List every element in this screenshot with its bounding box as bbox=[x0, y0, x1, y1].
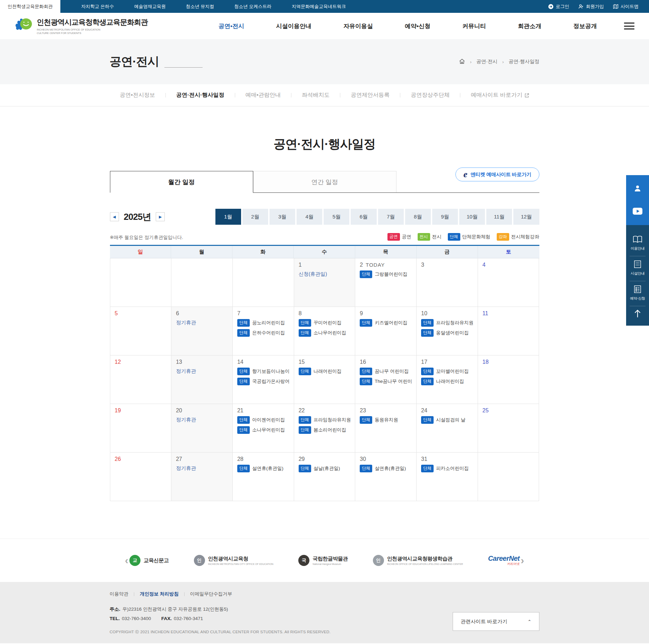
tab-yearly-schedule[interactable]: 연간 일정 bbox=[253, 171, 396, 192]
sidebar-item-usage-guide[interactable]: 이용안내 bbox=[630, 232, 646, 256]
month-button-9[interactable]: 9월 bbox=[432, 209, 458, 225]
event-label: 프라임청라유치원 bbox=[436, 320, 473, 326]
month-button-12[interactable]: 12월 bbox=[513, 209, 539, 225]
sub-nav-link[interactable]: 예매•관람안내 bbox=[246, 92, 281, 99]
sub-nav-link[interactable]: 공연•전시정보 bbox=[120, 92, 155, 99]
partner-logo[interactable]: CareerNet커리어넷 bbox=[488, 555, 520, 566]
footer-link[interactable]: 개인정보 처리방침 bbox=[140, 591, 179, 597]
main-nav-item[interactable]: 공연•전시 bbox=[203, 22, 260, 30]
partner-logo[interactable]: 인인천광역시교육청INCHEON METROPOLITAN CITY OFFIC… bbox=[194, 555, 274, 566]
calendar-event[interactable]: 단체소나무어린이집 bbox=[237, 426, 289, 434]
login-link[interactable]: 로그인 bbox=[548, 3, 569, 10]
main-nav-item[interactable]: 정보공개 bbox=[557, 22, 613, 30]
month-button-6[interactable]: 6월 bbox=[351, 209, 376, 225]
utility-link[interactable]: 지역문화예술교육네트워크 bbox=[292, 3, 346, 10]
eticket-booking-button[interactable]: e 엔티켓 예매사이트 바로가기 bbox=[455, 168, 539, 181]
previous-year-button[interactable]: ◀ bbox=[110, 212, 119, 221]
breadcrumb-item-current[interactable]: 공연·행사일정 bbox=[509, 59, 539, 65]
calendar-event[interactable]: 단체꾸미어린이집 bbox=[299, 319, 351, 327]
scroll-to-top-icon[interactable] bbox=[633, 306, 642, 319]
calendar-cell-link[interactable]: 정기휴관 bbox=[176, 465, 196, 472]
utility-home-tab[interactable]: 인천학생교육문화회관 bbox=[0, 0, 60, 13]
join-link[interactable]: 회원가입 bbox=[578, 3, 604, 10]
calendar-event[interactable]: 단체향기보듬이나눔이어 bbox=[237, 368, 289, 375]
month-button-7[interactable]: 7월 bbox=[378, 209, 404, 225]
month-button-2[interactable]: 2월 bbox=[242, 209, 268, 225]
main-nav-item[interactable]: 예약•신청 bbox=[389, 22, 446, 30]
calendar-date: 7 bbox=[237, 310, 289, 317]
date-number: 30 bbox=[360, 456, 366, 462]
partners-prev-icon[interactable]: ‹ bbox=[125, 555, 128, 566]
month-button-3[interactable]: 3월 bbox=[270, 209, 295, 225]
breadcrumb-item[interactable]: 공연·전시 bbox=[476, 59, 497, 65]
related-sites-dropdown[interactable]: 관련사이트 바로가기 ⌃ bbox=[453, 612, 539, 631]
calendar-event[interactable]: 단체시설점검의 날 bbox=[421, 416, 473, 424]
calendar-event[interactable]: 단체설연휴(휴관일) bbox=[237, 465, 289, 472]
utility-link[interactable]: 청소년 뮤지컬 bbox=[186, 3, 214, 10]
calendar-cell-link[interactable]: 정기휴관 bbox=[176, 417, 196, 423]
calendar-event[interactable]: 단체동원유치원 bbox=[360, 416, 412, 424]
partner-logo[interactable]: 교교육신문고 bbox=[129, 555, 169, 566]
main-nav-item[interactable]: 시설이용안내 bbox=[260, 22, 327, 30]
eticket-label: 엔티켓 예매사이트 바로가기 bbox=[470, 171, 531, 178]
youtube-icon[interactable] bbox=[633, 208, 642, 215]
footer-link[interactable]: 이메일무단수집거부 bbox=[190, 591, 232, 597]
calendar-event[interactable]: 단체국공립가온사랑어린 bbox=[237, 378, 289, 385]
calendar-event[interactable]: 단체꿈노리어린이집 bbox=[237, 319, 289, 327]
calendar-event[interactable]: 단체프라임청라유치원 bbox=[421, 319, 473, 327]
utility-link[interactable]: 예술영재교육원 bbox=[134, 3, 166, 10]
month-button-5[interactable]: 5월 bbox=[324, 209, 349, 225]
home-icon[interactable] bbox=[459, 58, 465, 66]
sub-nav-link[interactable]: 공연제안서등록 bbox=[351, 92, 390, 99]
calendar-event[interactable]: 단체소나무어린이집 bbox=[299, 329, 351, 337]
calendar-cell: 28단체설연휴(휴관일) bbox=[233, 453, 294, 501]
calendar-event[interactable]: 단체꼬마별어린이집 bbox=[421, 368, 473, 375]
sidebar-item-reservation[interactable]: 예약·신청 bbox=[630, 281, 646, 306]
main-nav-item[interactable]: 커뮤니티 bbox=[446, 22, 502, 30]
calendar-cell-link[interactable]: 정기휴관 bbox=[176, 319, 196, 326]
partners-next-icon[interactable]: › bbox=[521, 555, 524, 566]
main-nav-item[interactable]: 자유이용실 bbox=[327, 22, 389, 30]
sub-nav-link[interactable]: 예매사이트 바로가기 bbox=[471, 92, 529, 99]
site-logo[interactable]: 인천광역시교육청학생교육문화회관 INCHEON METROPOLITAN OF… bbox=[15, 17, 148, 35]
calendar-event[interactable]: 단체꿈나무 어린이집 bbox=[360, 368, 412, 375]
month-button-11[interactable]: 11월 bbox=[486, 209, 512, 225]
partner-logo[interactable]: 인인천광역시교육청평생학습관INCHEON OFFICE OF EDUCATIO… bbox=[373, 555, 463, 566]
calendar-event[interactable]: 단체은하수어린이집 bbox=[237, 329, 289, 337]
sub-nav-link[interactable]: 공연장상주단체 bbox=[411, 92, 450, 99]
calendar-event[interactable]: 단체나래어린이집 bbox=[299, 368, 351, 375]
month-button-1[interactable]: 1월 bbox=[215, 209, 241, 225]
calendar-cell-link[interactable]: 신청(휴관일) bbox=[299, 271, 327, 277]
calendar-event[interactable]: 단체프라임청라유치원 bbox=[299, 416, 351, 424]
main-nav-item[interactable]: 회관소개 bbox=[502, 22, 557, 30]
sub-nav-link[interactable]: 좌석배치도 bbox=[302, 92, 330, 99]
footer-link[interactable]: 이용약관 bbox=[110, 591, 128, 597]
calendar-cell-link[interactable]: 정기휴관 bbox=[176, 368, 196, 375]
sidebar-item-facility-guide[interactable]: 시설안내 bbox=[630, 256, 646, 281]
calendar-event[interactable]: 단체설날(휴관일) bbox=[299, 465, 351, 472]
month-button-4[interactable]: 4월 bbox=[297, 209, 322, 225]
calendar-event[interactable]: 단체키즈엘어린이집 bbox=[360, 319, 412, 327]
my-page-icon[interactable] bbox=[633, 184, 642, 192]
partner-logo[interactable]: 국국립한글박물관National Hangeul Museum bbox=[298, 555, 348, 566]
month-button-8[interactable]: 8월 bbox=[405, 209, 431, 225]
utility-link[interactable]: 자치학교 은하수 bbox=[81, 3, 114, 10]
tab-monthly-schedule[interactable]: 월간 일정 bbox=[110, 171, 253, 193]
calendar-event[interactable]: 단체옹달샘어린이집 bbox=[421, 329, 473, 337]
calendar-event[interactable]: 단체봄소리어린이집 bbox=[299, 426, 351, 434]
next-year-button[interactable]: ▶ bbox=[156, 212, 165, 221]
calendar-event[interactable]: 단체The꿈나무 어린이집 bbox=[360, 378, 412, 385]
calendar-event[interactable]: 단체피카소어린이집 bbox=[421, 465, 473, 472]
calendar-cell: 19 bbox=[110, 404, 172, 453]
menu-icon[interactable] bbox=[624, 23, 634, 29]
calendar-event[interactable]: 단체설연휴(휴관일) bbox=[360, 465, 412, 472]
sub-nav-link[interactable]: 공연·전시·행사일정 bbox=[176, 92, 224, 99]
calendar-date: 20 bbox=[176, 407, 228, 414]
calendar-event[interactable]: 단체그랑블어린이집 bbox=[360, 271, 412, 278]
calendar-event[interactable]: 단체나래어린이집 bbox=[421, 378, 473, 385]
utility-link[interactable]: 청소년 오케스트라 bbox=[234, 3, 272, 10]
month-button-10[interactable]: 10월 bbox=[459, 209, 485, 225]
calendar-event[interactable]: 단체아이젠어린이집 bbox=[237, 416, 289, 424]
calendar-date: 22 bbox=[299, 407, 351, 414]
sitemap-link[interactable]: 사이트맵 bbox=[613, 3, 639, 10]
